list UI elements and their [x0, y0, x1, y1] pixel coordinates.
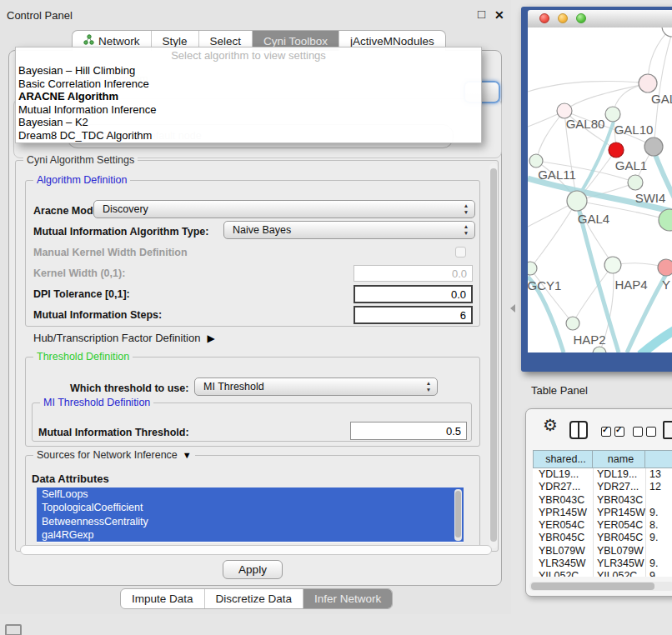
- bottom-tab-infer-network[interactable]: Infer Network: [303, 589, 392, 608]
- node-gal10[interactable]: [605, 107, 620, 122]
- dropdown-placeholder: Select algorithm to view settings: [16, 48, 481, 64]
- mi-threshold-field[interactable]: 0.5: [350, 422, 467, 440]
- algorithm-option[interactable]: ARACNE Algorithm: [16, 90, 481, 103]
- horizontal-scrollbar[interactable]: [20, 545, 492, 555]
- node-bottom[interactable]: [593, 347, 606, 352]
- deselect-all-columns-icon[interactable]: [633, 427, 656, 437]
- node-hap2[interactable]: [566, 317, 579, 330]
- table-row[interactable]: YBR045CYBR045C9.: [533, 532, 672, 544]
- float-panel-icon[interactable]: □: [478, 7, 485, 21]
- table-cell: 9.: [645, 532, 672, 544]
- table-row[interactable]: YLR345WYLR345W9.: [533, 558, 672, 570]
- table-cell: YER054C: [533, 519, 593, 532]
- settings-scrollbar-thumb[interactable]: [490, 168, 497, 542]
- column-header-clipped[interactable]: [645, 450, 672, 468]
- which-threshold-select[interactable]: MI Threshold ▲▼: [194, 378, 438, 396]
- minimize-window-icon[interactable]: [558, 13, 568, 23]
- network-graph: GAL GAL80 GAL10 GAL1 GAL11 SWI4 GAL4 GCY…: [528, 28, 672, 352]
- list-scrollbar-thumb[interactable]: [455, 491, 461, 538]
- bottom-tab-impute-data[interactable]: Impute Data: [121, 589, 204, 608]
- data-attributes-list[interactable]: SelfLoopsTopologicalCoefficientBetweenne…: [37, 488, 464, 542]
- node-pink-right[interactable]: [658, 259, 672, 276]
- data-attribute-item[interactable]: BetweennessCentrality: [37, 515, 464, 528]
- table-row[interactable]: YPR145WYPR145W9.: [533, 507, 672, 519]
- aracne-mode-label: Aracne Mode:: [33, 205, 103, 217]
- column-header-name[interactable]: name: [593, 450, 645, 468]
- node-unlabeled[interactable]: [662, 28, 672, 37]
- close-window-icon[interactable]: [539, 13, 549, 23]
- table-cell: YBL079W: [533, 545, 593, 558]
- node-label-gal-top: GAL: [651, 92, 672, 106]
- table-cell: 9.: [645, 558, 672, 570]
- node-gal4[interactable]: [567, 191, 587, 211]
- network-canvas[interactable]: GAL GAL80 GAL10 GAL1 GAL11 SWI4 GAL4 GCY…: [528, 28, 672, 352]
- table-cell: YBR045C: [593, 532, 645, 544]
- list-scrollbar[interactable]: [454, 489, 462, 541]
- mi-steps-field[interactable]: 6: [354, 306, 473, 324]
- apply-button-label: Apply: [238, 563, 267, 576]
- split-divider-arrow[interactable]: [510, 304, 515, 312]
- table-cell: [645, 545, 672, 558]
- minimized-panel-icon[interactable]: [5, 624, 22, 635]
- collapse-down-icon[interactable]: ▼: [183, 450, 192, 460]
- close-panel-icon[interactable]: ✕: [494, 8, 504, 22]
- table-cell: YIL052C: [533, 570, 593, 577]
- algorithm-option[interactable]: Mutual Information Inference: [16, 103, 481, 117]
- table-row[interactable]: YBL079WYBL079W: [533, 545, 672, 558]
- table-scrollbar-thumb[interactable]: [531, 582, 654, 590]
- node-label-swi4: SWI4: [635, 191, 666, 205]
- node-gray[interactable]: [644, 138, 663, 156]
- tab-label: Network: [98, 35, 140, 48]
- node-green-right[interactable]: [659, 209, 672, 231]
- algorithm-option[interactable]: Bayesian – K2: [16, 116, 481, 129]
- node-gal11[interactable]: [529, 154, 543, 168]
- dpi-tolerance-field[interactable]: 0.0: [354, 285, 473, 303]
- node-gcy1[interactable]: [528, 262, 537, 275]
- node-red-selected[interactable]: [609, 142, 624, 158]
- field-value: 0.5: [446, 425, 461, 438]
- table-row[interactable]: YDL19...YDL19...13: [533, 468, 672, 481]
- column-header-shared-name[interactable]: shared...: [533, 450, 593, 468]
- node-label-hap2: HAP2: [573, 332, 605, 347]
- aracne-mode-select[interactable]: Discovery ▲▼: [93, 200, 475, 218]
- hub-definition-toggle[interactable]: Hub/Transcription Factor Definition ▶: [33, 332, 215, 344]
- mi-type-select[interactable]: Naive Bayes ▲▼: [223, 221, 475, 239]
- node-label-gal11: GAL11: [538, 168, 576, 182]
- column-layout-icon[interactable]: [569, 421, 588, 439]
- mi-threshold-definition-title: MI Threshold Definition: [40, 397, 153, 408]
- bottom-tab-discretize-data[interactable]: Discretize Data: [204, 589, 303, 608]
- table-horizontal-scrollbar[interactable]: [529, 582, 672, 591]
- network-window-titlebar[interactable]: [528, 10, 672, 28]
- network-window: GAL GAL80 GAL10 GAL1 GAL11 SWI4 GAL4 GCY…: [521, 7, 672, 372]
- zoom-window-icon[interactable]: [576, 13, 586, 23]
- mi-steps-label: Mutual Information Steps:: [33, 309, 162, 321]
- algorithm-option[interactable]: Bayesian – Hill Climbing: [16, 64, 481, 78]
- data-attribute-item[interactable]: SelfLoops: [37, 488, 464, 501]
- settings-gear-icon[interactable]: ⚙: [543, 415, 558, 435]
- select-all-columns-icon[interactable]: [601, 427, 624, 437]
- table-cell: YER054C: [593, 519, 645, 532]
- table-row[interactable]: YER054CYER054C8.: [533, 519, 672, 532]
- algorithm-option[interactable]: Dream8 DC_TDC Algorithm: [16, 129, 481, 142]
- apply-button[interactable]: Apply: [223, 560, 283, 579]
- export-table-icon[interactable]: [663, 421, 672, 439]
- panel-title: Control Panel: [7, 9, 73, 22]
- table-cell: YBR043C: [593, 494, 645, 507]
- table-cell: YLR345W: [533, 558, 593, 570]
- table-row[interactable]: YDR27...YDR27...12: [533, 481, 672, 493]
- settings-scrollbar[interactable]: [489, 163, 498, 548]
- data-attribute-item[interactable]: gal4RGexp: [37, 528, 464, 542]
- table-cell: 8.: [645, 519, 672, 532]
- node-gal1[interactable]: [628, 175, 643, 190]
- combo-value: Naive Bayes: [233, 222, 291, 238]
- field-value: 6: [460, 309, 466, 322]
- table-cell: YBR043C: [533, 494, 593, 507]
- data-attributes-label: Data Attributes: [32, 472, 109, 485]
- table-row[interactable]: YBR043CYBR043C: [533, 494, 672, 507]
- manual-kernel-checkbox[interactable]: [455, 247, 466, 258]
- table-row[interactable]: YIL052CYIL052C9: [533, 570, 672, 577]
- node-hap4[interactable]: [604, 257, 621, 273]
- node-gal-top[interactable]: [639, 74, 657, 92]
- algorithm-option[interactable]: Basic Correlation Inference: [16, 78, 481, 91]
- data-attribute-item[interactable]: TopologicalCoefficient: [37, 501, 464, 514]
